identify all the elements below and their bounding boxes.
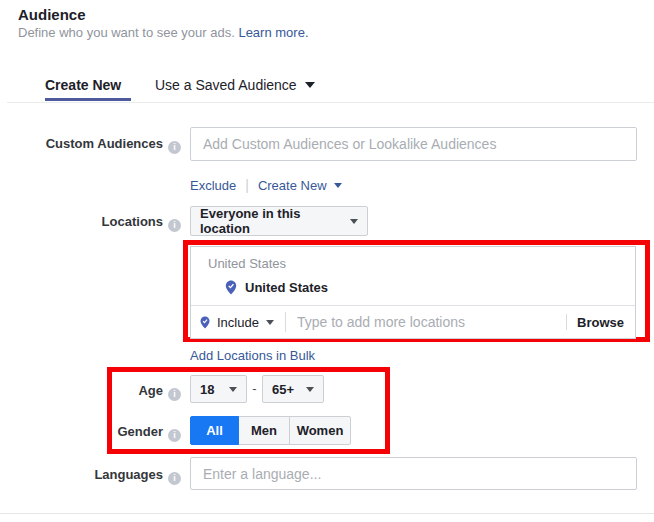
- age-max-value: 65+: [272, 382, 294, 397]
- location-group-header: United States: [208, 256, 286, 271]
- create-new-link[interactable]: Create New: [258, 178, 327, 193]
- location-scope-label: Everyone in this location: [200, 206, 343, 236]
- age-max-dropdown[interactable]: 65+: [262, 375, 324, 403]
- location-pin-icon: [224, 280, 238, 295]
- link-separator: |: [245, 177, 249, 193]
- browse-button[interactable]: Browse: [577, 315, 624, 330]
- custom-audiences-label-text: Custom Audiences: [46, 136, 163, 151]
- age-label: Agei: [0, 383, 181, 401]
- custom-audiences-actions: Exclude | Create New: [190, 177, 342, 193]
- info-icon[interactable]: i: [168, 219, 181, 232]
- custom-audiences-input[interactable]: [190, 127, 637, 161]
- active-tab-underline: [45, 98, 131, 101]
- chevron-down-icon: [350, 219, 358, 224]
- chevron-down-icon: [229, 387, 237, 392]
- vertical-divider: [285, 312, 286, 332]
- age-label-text: Age: [138, 383, 163, 398]
- info-icon[interactable]: i: [168, 472, 181, 485]
- location-pin-icon: [199, 316, 211, 329]
- section-divider: [0, 513, 654, 514]
- custom-audiences-label: Custom Audiencesi: [0, 136, 181, 154]
- include-dropdown[interactable]: Include: [217, 315, 259, 330]
- gender-label: Genderi: [0, 424, 181, 442]
- exclude-link[interactable]: Exclude: [190, 178, 236, 193]
- info-icon[interactable]: i: [168, 141, 181, 154]
- tab-create-new[interactable]: Create New: [45, 77, 121, 93]
- location-include-row: Include Browse: [191, 305, 635, 338]
- selected-location-name: United States: [245, 280, 328, 295]
- tab-use-saved-audience[interactable]: Use a Saved Audience: [155, 77, 315, 93]
- vertical-divider: [566, 314, 567, 330]
- languages-input[interactable]: [190, 457, 637, 490]
- chevron-down-icon: [305, 82, 315, 88]
- languages-label-text: Languages: [94, 467, 163, 482]
- gender-option-all[interactable]: All: [190, 416, 239, 445]
- age-min-dropdown[interactable]: 18: [190, 375, 247, 403]
- info-icon[interactable]: i: [168, 429, 181, 442]
- location-scope-dropdown[interactable]: Everyone in this location: [190, 206, 368, 236]
- subtitle-text: Define who you want to see your ads.: [18, 25, 238, 40]
- selected-location-row[interactable]: United States: [224, 280, 328, 295]
- tab-divider: [7, 102, 654, 103]
- gender-option-men[interactable]: Men: [238, 416, 290, 445]
- locations-label: Locationsi: [0, 214, 181, 232]
- locations-label-text: Locations: [102, 214, 163, 229]
- gender-option-women[interactable]: Women: [289, 416, 351, 445]
- age-min-value: 18: [200, 382, 214, 397]
- chevron-down-icon: [266, 320, 274, 325]
- learn-more-link[interactable]: Learn more.: [238, 25, 308, 40]
- languages-label: Languagesi: [0, 467, 181, 485]
- chevron-down-icon: [334, 183, 342, 188]
- tab-use-saved-label: Use a Saved Audience: [155, 77, 297, 93]
- age-range-separator: -: [248, 381, 261, 396]
- page-title: Audience: [18, 6, 86, 23]
- add-locations-input[interactable]: [297, 314, 566, 330]
- page-subtitle: Define who you want to see your ads. Lea…: [18, 25, 309, 40]
- chevron-down-icon: [306, 387, 314, 392]
- gender-label-text: Gender: [117, 424, 163, 439]
- info-icon[interactable]: i: [168, 388, 181, 401]
- location-list-panel: United States United States Include Brow…: [190, 246, 636, 339]
- gender-segmented-control: All Men Women: [190, 416, 351, 445]
- audience-panel: Audience Define who you want to see your…: [0, 0, 654, 522]
- add-locations-bulk-link[interactable]: Add Locations in Bulk: [190, 348, 315, 363]
